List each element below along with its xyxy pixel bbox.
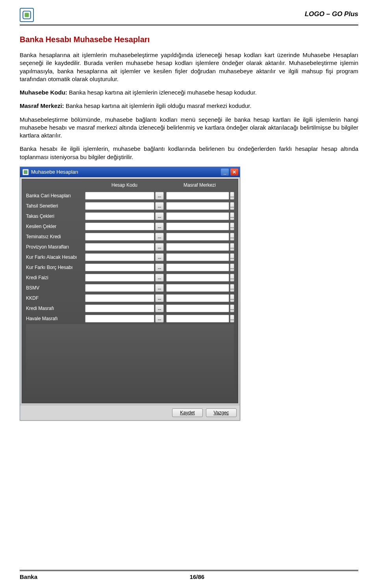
logo-icon <box>20 8 34 22</box>
row-label: BSMV <box>26 285 85 291</box>
paragraph-4: Muhasebeleştirme bölümünde, muhasebe bağ… <box>20 116 358 140</box>
lookup-button[interactable]: ... <box>230 294 234 302</box>
hesap-kodu-input[interactable] <box>85 202 154 210</box>
lookup-button[interactable]: ... <box>155 263 164 271</box>
lookup-button[interactable]: ... <box>155 304 164 312</box>
lookup-button[interactable]: ... <box>230 284 234 292</box>
table-row: Kur Farkı Alacak Hesabı ... ... <box>26 252 234 262</box>
row-label: KKDF <box>26 295 85 301</box>
lookup-button[interactable]: ... <box>155 243 164 251</box>
table-row: Banka Cari Hesapları ... ... <box>26 191 234 200</box>
close-button[interactable]: ✕ <box>230 169 238 176</box>
lookup-button[interactable]: ... <box>230 263 234 271</box>
text-masraf-merkezi: Banka hesap kartına ait işlemlerin ilgil… <box>64 102 252 109</box>
lookup-button[interactable]: ... <box>155 315 164 323</box>
hesap-kodu-input[interactable] <box>85 263 154 271</box>
dialog-body: Hesap Kodu Masraf Merkezi Banka Cari Hes… <box>22 179 238 403</box>
paragraph-2: Muhasebe Kodu: Banka hesap kartına ait i… <box>20 89 358 96</box>
table-row: Kredi Faizi ... ... <box>26 273 234 282</box>
label-masraf-merkezi: Masraf Merkezi: <box>20 102 64 109</box>
hesap-kodu-input[interactable] <box>85 315 154 323</box>
dialog-muhasebe-hesaplari: Muhasebe Hesapları _ ✕ Hesap Kodu Masraf… <box>20 167 240 421</box>
save-button[interactable]: Kaydet <box>172 408 203 417</box>
window-icon <box>22 169 29 175</box>
column-header-hesap-kodu: Hesap Kodu <box>85 182 164 188</box>
lookup-button[interactable]: ... <box>230 223 234 230</box>
row-label: Havale Masrafı <box>26 316 85 321</box>
row-label: Kur Farkı Alacak Hesabı <box>26 254 85 260</box>
row-label: Provizyon Masrafları <box>26 244 85 250</box>
hesap-kodu-input[interactable] <box>85 304 154 312</box>
hesap-kodu-input[interactable] <box>85 294 154 302</box>
table-row: Teminatsız Kredi ... ... <box>26 232 234 241</box>
paragraph-5: Banka hesabı ile ilgili işlemlerin, muha… <box>20 145 358 161</box>
table-row: Provizyon Masrafları ... ... <box>26 242 234 252</box>
hesap-kodu-input[interactable] <box>85 243 154 251</box>
hesap-kodu-input[interactable] <box>85 223 154 230</box>
svg-rect-2 <box>24 171 27 174</box>
lookup-button[interactable]: ... <box>230 212 234 220</box>
dialog-blank-area <box>26 324 234 399</box>
table-row: Kredi Masrafı ... ... <box>26 304 234 313</box>
table-row: BSMV ... ... <box>26 283 234 293</box>
hesap-kodu-input[interactable] <box>85 253 154 261</box>
cancel-button[interactable]: Vazgeç <box>206 408 237 417</box>
lookup-button[interactable]: ... <box>155 233 164 241</box>
row-label: Takas Çekleri <box>26 213 85 219</box>
hesap-kodu-input[interactable] <box>85 233 154 241</box>
masraf-merkezi-input[interactable] <box>166 253 229 261</box>
dialog-title: Muhasebe Hesapları <box>31 169 78 175</box>
masraf-merkezi-input[interactable] <box>166 243 229 251</box>
table-row: Tahsil Senetleri ... ... <box>26 201 234 211</box>
masraf-merkezi-input[interactable] <box>166 212 229 220</box>
hesap-kodu-input[interactable] <box>85 274 154 282</box>
lookup-button[interactable]: ... <box>155 212 164 220</box>
row-label: Teminatsız Kredi <box>26 234 85 239</box>
product-title: LOGO – GO Plus <box>305 8 358 18</box>
masraf-merkezi-input[interactable] <box>166 294 229 302</box>
page-footer: Banka 16/86 . <box>20 570 358 580</box>
hesap-kodu-input[interactable] <box>85 192 154 200</box>
text-muhasebe-kodu: Banka hesap kartına ait işlemlerin izlen… <box>67 89 257 96</box>
row-label: Kur Farkı Borç Hesabı <box>26 265 85 270</box>
table-row: Kur Farkı Borç Hesabı ... ... <box>26 263 234 272</box>
page-header: LOGO – GO Plus <box>20 8 358 26</box>
lookup-button[interactable]: ... <box>230 192 234 200</box>
column-header-masraf-merkezi: Masraf Merkezi <box>166 182 233 188</box>
masraf-merkezi-input[interactable] <box>166 263 229 271</box>
lookup-button[interactable]: ... <box>230 315 234 323</box>
lookup-button[interactable]: ... <box>230 243 234 251</box>
masraf-merkezi-input[interactable] <box>166 202 229 210</box>
masraf-merkezi-input[interactable] <box>166 223 229 230</box>
table-row: KKDF ... ... <box>26 293 234 303</box>
dialog-titlebar: Muhasebe Hesapları _ ✕ <box>20 167 240 177</box>
lookup-button[interactable]: ... <box>230 202 234 210</box>
paragraph-1: Banka hesaplarına ait işlemlerin muhaseb… <box>20 51 358 83</box>
row-label: Tahsil Senetleri <box>26 203 85 209</box>
masraf-merkezi-input[interactable] <box>166 233 229 241</box>
section-title: Banka Hesabı Muhasebe Hesapları <box>20 35 358 44</box>
label-muhasebe-kodu: Muhasebe Kodu: <box>20 89 67 96</box>
lookup-button[interactable]: ... <box>155 223 164 230</box>
masraf-merkezi-input[interactable] <box>166 274 229 282</box>
lookup-button[interactable]: ... <box>230 304 234 312</box>
lookup-button[interactable]: ... <box>155 274 164 282</box>
lookup-button[interactable]: ... <box>230 233 234 241</box>
lookup-button[interactable]: ... <box>155 253 164 261</box>
masraf-merkezi-input[interactable] <box>166 284 229 292</box>
minimize-button[interactable]: _ <box>221 169 229 176</box>
lookup-button[interactable]: ... <box>155 294 164 302</box>
lookup-button[interactable]: ... <box>155 284 164 292</box>
masraf-merkezi-input[interactable] <box>166 315 229 323</box>
lookup-button[interactable]: ... <box>155 202 164 210</box>
lookup-button[interactable]: ... <box>230 253 234 261</box>
hesap-kodu-input[interactable] <box>85 212 154 220</box>
row-label: Banka Cari Hesapları <box>26 193 85 198</box>
lookup-button[interactable]: ... <box>230 274 234 282</box>
table-row: Kesilen Çekler ... ... <box>26 222 234 231</box>
masraf-merkezi-input[interactable] <box>166 304 229 312</box>
dialog-button-bar: Kaydet Vazgeç <box>20 405 240 420</box>
masraf-merkezi-input[interactable] <box>166 192 229 200</box>
hesap-kodu-input[interactable] <box>85 284 154 292</box>
lookup-button[interactable]: ... <box>155 192 164 200</box>
